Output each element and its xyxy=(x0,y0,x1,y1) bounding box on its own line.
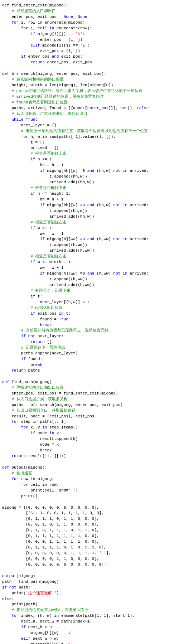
line-69: enter_pos, exit_pos = find_enter_exit(mi… xyxy=(2,391,118,396)
line-5: for j, cell in enumerate(row): xyxy=(2,26,92,30)
line-70: # 从入口逐层扩展，获取多叉树 xyxy=(2,397,68,401)
line-82: def output(migong): xyxy=(2,465,47,470)
line-87: print() xyxy=(2,494,38,498)
line-96: [0, 1, 1, 1, 1, 0, 1, 0, 1, 1, 0], xyxy=(2,545,106,549)
line-44: arrived.add((h,ww)) xyxy=(2,248,94,253)
line-7: enter_pos = (i, j) xyxy=(2,38,82,42)
line-27: # 检查是否能往上走 xyxy=(2,151,67,156)
line-42: if migong[h][ww]!=0 and (h,ww) not in ar… xyxy=(2,237,149,241)
line-47: ww = w + 1 xyxy=(2,266,64,270)
line-60: return [] xyxy=(2,340,52,344)
line-93: [0, 1, 0, 1, 1, 1, 0, 1, 1, 0], xyxy=(2,528,99,532)
line-105: else: xyxy=(2,597,14,601)
line-89: migong = [[0, 0, 0, 0, 0, 0, 0, 0, 0, 0]… xyxy=(2,505,99,510)
line-3: enter_pos, exit_pos = None, None xyxy=(2,15,87,19)
line-91: [0, 1, 1, 1, 0, 1, 1, 0, 0, 0], xyxy=(2,517,99,521)
line-92: [0, 0, 1, 0, 1, 1, 0, 0, 0, 0], xyxy=(2,522,99,527)
line-4: for i, row in enumerate(migong): xyxy=(2,20,87,25)
line-20: # 从入口开始，广度优先遍历，直到达出口 xyxy=(2,112,87,116)
line-26: arrived = {} xyxy=(2,146,59,150)
line-62: paths.append(next_layer) xyxy=(2,351,78,355)
line-22: next_layer = {} xyxy=(2,123,57,127)
line-59: if not next_layer: xyxy=(2,334,64,338)
line-40: if w >= 1: xyxy=(2,226,54,230)
line-83: # 输出迷宫 xyxy=(2,471,32,475)
line-17: # arrived存储已经经过的位置，用来避免重复路过 xyxy=(2,95,104,99)
line-85: for cell in row: xyxy=(2,483,59,487)
line-101: output(migong) xyxy=(2,574,35,578)
line-76: if node in v: xyxy=(2,431,61,435)
line-48: if migong[h][ww]!=0 and (h,ww) not in ar… xyxy=(2,271,149,276)
line-39: # 检查是否能往左走 xyxy=(2,220,67,224)
line-9: exit_pos = (i, j) xyxy=(2,49,80,53)
line-68: # 寻找迷宫的入口和出口位置 xyxy=(2,386,64,390)
line-94: [0, 1, 1, 1, 1, 1, 1, 1, 0, 0], xyxy=(2,534,99,538)
line-63: if found: xyxy=(2,357,42,361)
line-13: def bfs_search(migong, enter_pos, exit_p… xyxy=(2,72,106,76)
line-54: # 已到达出口位置 xyxy=(2,306,63,310)
line-25: t = [] xyxy=(2,140,45,145)
line-75: for k, v in step.items(): xyxy=(2,425,80,430)
line-51: # 有路可走，记录下来 xyxy=(2,289,71,293)
line-14: # 迷宫纵向和横向的路口数量 xyxy=(2,77,64,82)
line-104: print('这个迷宫无解.') xyxy=(2,591,59,595)
line-80: return result[::-1][1:] xyxy=(2,454,66,458)
line-23: # 遍历上一层到达的所有位置，获取每个位置可以到达的所有下一个位置 xyxy=(2,129,148,133)
line-99: [0, 0, 0, 0, 0, 0, 0, 0, 0, 0, 0]] xyxy=(2,562,106,567)
line-35: hh = h + 1 xyxy=(2,197,64,202)
line-49: t.append((h,ww)) xyxy=(2,277,87,281)
line-79: break xyxy=(2,448,52,452)
line-15: height, width = len(migong), len(migong[… xyxy=(2,83,113,87)
line-55: if exit_pos in t: xyxy=(2,311,71,316)
line-97: [0, 0, 0, 0, 0, 0, 1, 1, 1, 1, 'E'], xyxy=(2,551,111,555)
line-67: def find_path(migong): xyxy=(2,380,54,384)
line-43: t.append((h,ww)) xyxy=(2,243,87,247)
code-container: def find_enter_exit(migong): # 寻找迷宫的入口和出… xyxy=(2,3,177,644)
line-19: paths, arrived, found = [{None:[enter_po… xyxy=(2,106,149,110)
line-57: break xyxy=(2,323,52,327)
line-78: node = k xyxy=(2,442,59,447)
line-31: t.append((hh,w)) xyxy=(2,174,87,179)
line-107: # 把经过的位置设置为v或>，方便显示路径 xyxy=(2,608,88,612)
line-61: # 记录到达下一层的信息 xyxy=(2,345,65,350)
line-77: result.append(k) xyxy=(2,437,78,441)
line-33: # 检查是否能往下走 xyxy=(2,186,67,190)
line-37: t.append((hh,w)) xyxy=(2,209,87,213)
line-84: for row in migong: xyxy=(2,477,54,481)
line-16: # paths存储可达路径，每个元素为字典，表示该层位置可达的下一层位置 xyxy=(2,89,142,93)
line-71: paths = bfs_search(migong, enter_pos, ex… xyxy=(2,403,123,407)
line-112: elif next_w > w: xyxy=(2,636,59,641)
line-6: if migong[i][j] == 'S': xyxy=(2,32,85,36)
line-74: for step in paths[::-1]: xyxy=(2,420,68,424)
line-73: result, node = [exit_pos], exit_pos xyxy=(2,414,94,418)
line-28: if h >= 1: xyxy=(2,157,54,161)
line-103: if not path: xyxy=(2,585,30,590)
line-109: next_h, next_w = path[index+1] xyxy=(2,619,92,624)
line-111: migong[h][w] = 'v' xyxy=(2,631,73,635)
line-86: print(cell, end=' ') xyxy=(2,488,78,493)
line-45: # 检查是否能往右走 xyxy=(2,254,67,258)
line-34: if h <= height-1: xyxy=(2,192,71,196)
line-102: path = find_path(migong) xyxy=(2,580,59,584)
line-30: if migong[hh][w]!=0 and (hh,w) not in ar… xyxy=(2,169,149,173)
line-32: arrived.add((hh,w)) xyxy=(2,180,94,184)
line-52: if t: xyxy=(2,294,42,299)
line-58: # 当前层的所有位置都已无路可走，说明迷宫无解 xyxy=(2,328,108,333)
line-113: migong[h][w] = '>' xyxy=(2,642,73,644)
line-21: while True: xyxy=(2,117,38,122)
line-90: ['S', 1, 0, 0, 1, 1, 1, 1, 0, 0], xyxy=(2,511,104,515)
line-46: if w <= width - 1: xyxy=(2,260,73,264)
line-53: next_layer[(h,w)] = t xyxy=(2,300,90,304)
line-11: return enter_pos, exit_pos xyxy=(2,60,92,64)
line-41: ww = w - 1 xyxy=(2,232,64,236)
line-8: elif migong[i][j] == 'E': xyxy=(2,43,90,48)
line-110: if next_h > h: xyxy=(2,625,54,629)
line-108: for index, (h, w) in enumerate(path[1:-1… xyxy=(2,614,135,618)
line-72: # 从出口回溯到入口，获取最短路径 xyxy=(2,408,76,413)
line-29: hh = h - 1 xyxy=(2,163,64,167)
line-38: arrived.add((hh,w)) xyxy=(2,214,94,219)
line-56: found = True xyxy=(2,317,68,321)
line-18: # found表示是否到达出口位置 xyxy=(2,100,68,105)
line-10: if enter_pos and exit_pos: xyxy=(2,54,82,59)
line-50: arrived.add((h,ww)) xyxy=(2,283,94,287)
